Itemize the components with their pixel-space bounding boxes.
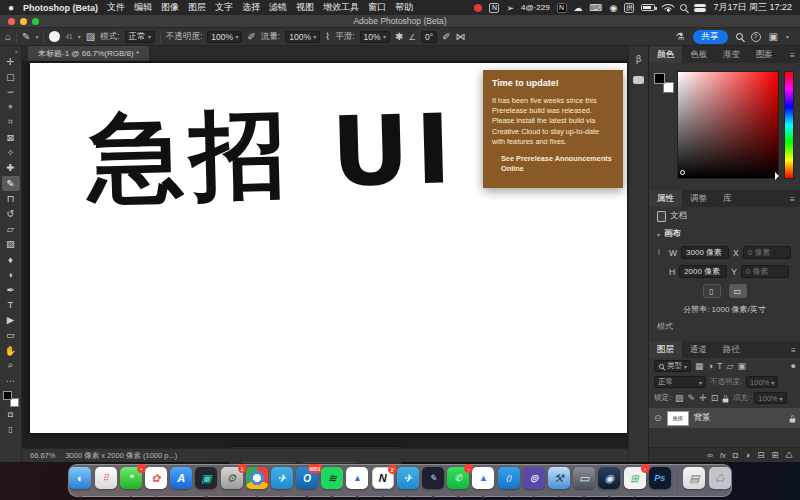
layer-mask-icon[interactable]: ◘ <box>733 450 738 460</box>
frame-tool[interactable]: ⊠ <box>2 130 20 145</box>
move-tool[interactable]: ✛ <box>2 54 20 69</box>
notification-link[interactable]: See Prerelease Announcements Online <box>501 154 614 174</box>
dock-vscode[interactable]: ⟨⟩ <box>497 467 520 494</box>
brush-preset-icon[interactable]: ✎ <box>22 32 30 42</box>
quick-mask-icon[interactable]: ◘ <box>2 407 20 422</box>
tab-paths[interactable]: 路径 <box>715 341 748 358</box>
opacity-field[interactable]: 100% ▾ <box>207 31 242 43</box>
shape-tool[interactable]: ▭ <box>2 327 20 342</box>
dock-doodle-app[interactable]: ✎ <box>422 467 445 494</box>
dock-notion[interactable]: N2 <box>371 467 394 494</box>
layer-style-icon[interactable]: fx <box>720 451 726 460</box>
portrait-orientation-button[interactable]: ▯ <box>703 284 721 298</box>
layers-panel-menu-icon[interactable]: ≡ <box>791 345 796 355</box>
dodge-tool[interactable]: ◖ <box>2 267 20 282</box>
dock-telegram[interactable]: ✈ <box>271 467 294 494</box>
dock-outlook[interactable]: O6851 <box>296 467 319 494</box>
home-icon[interactable]: ⌂ <box>5 32 11 42</box>
filter-toggle-icon[interactable]: ● <box>791 361 796 371</box>
dock-messages[interactable]: ❝• <box>119 467 142 494</box>
toggle-brush-panel-icon[interactable]: ▨ <box>86 32 95 42</box>
eyedropper-tool[interactable]: ✧ <box>2 145 20 160</box>
object-selection-tool[interactable]: ⌖ <box>2 100 20 115</box>
new-group-icon[interactable]: ⊟ <box>757 450 764 460</box>
tomato-status-icon[interactable] <box>474 4 482 12</box>
menu-plugins[interactable]: 增效工具 <box>323 1 359 14</box>
color-cursor[interactable] <box>680 170 685 175</box>
clone-stamp-tool[interactable]: ⊓ <box>2 191 20 206</box>
layer-thumbnail[interactable]: 急招 <box>667 411 689 426</box>
properties-panel-menu-icon[interactable]: ≡ <box>790 194 795 204</box>
control-center-icon[interactable] <box>694 4 706 12</box>
y-field[interactable]: 0 像素 <box>741 265 789 278</box>
delete-layer-icon[interactable]: ♺ <box>785 450 793 460</box>
cloud-status-icon[interactable]: ☁ <box>574 3 583 13</box>
layer-opacity-field[interactable]: 100%▾ <box>746 376 778 388</box>
zoom-tool[interactable]: ⌕ <box>2 358 20 373</box>
symmetry-icon[interactable]: ⋈ <box>456 32 466 42</box>
share-button[interactable]: 共享 <box>693 30 728 44</box>
edit-toolbar-icon[interactable]: ⋯ <box>2 373 20 388</box>
layer-visibility-eye-icon[interactable]: ⊙ <box>654 413 662 423</box>
zoom-level[interactable]: 66.67% <box>30 451 55 460</box>
tab-color[interactable]: 颜色 <box>649 46 682 63</box>
menu-select[interactable]: 选择 <box>242 1 260 14</box>
path-select-tool[interactable]: ▶ <box>2 312 20 327</box>
menubar-clock[interactable]: 7月17日 周三 17:22 <box>713 1 792 14</box>
dock-chrome[interactable] <box>245 467 268 494</box>
dock-craft[interactable]: ▣ <box>195 467 218 494</box>
workspace-icon[interactable]: ▣ <box>769 32 778 42</box>
filter-pixel-icon[interactable]: ▦ <box>695 361 704 371</box>
lock-transparency-icon[interactable]: ▨ <box>675 393 684 403</box>
adjustment-layer-icon[interactable]: ◑ <box>745 450 750 460</box>
layer-locked-icon[interactable] <box>790 418 796 422</box>
dock-telegram-2[interactable]: ✈ <box>397 467 420 494</box>
tab-libraries[interactable]: 库 <box>715 190 740 207</box>
dock-photos[interactable]: ✿ <box>145 467 168 494</box>
dock-documents[interactable]: ▤ <box>683 467 706 494</box>
pressure-size-icon[interactable]: ✐ <box>442 32 450 42</box>
menu-view[interactable]: 视图 <box>296 1 314 14</box>
dock-wechat[interactable]: ✆• <box>447 467 470 494</box>
crop-tool[interactable]: ⌗ <box>2 115 20 130</box>
flow-field[interactable]: 100% ▾ <box>285 31 320 43</box>
media-status-icon[interactable]: ◉ <box>610 3 618 13</box>
dock-xcode[interactable]: ⚒ <box>548 467 571 494</box>
battery-icon[interactable] <box>641 4 655 11</box>
smoothing-options-gear-icon[interactable]: ✱ <box>395 32 403 42</box>
chevron-down-icon[interactable]: ▾ <box>657 231 660 238</box>
link-layers-icon[interactable]: ∞ <box>707 450 713 460</box>
landscape-orientation-button[interactable]: ▭ <box>729 284 747 298</box>
blend-mode-select[interactable]: 正常▾ <box>654 376 706 388</box>
tab-layers[interactable]: 图层 <box>649 341 682 358</box>
lasso-tool[interactable]: ∽ <box>2 84 20 99</box>
dock-steam[interactable]: ◉ <box>598 467 621 494</box>
new-layer-icon[interactable]: ⊞ <box>771 450 778 460</box>
ime-status-icon[interactable]: 拼 <box>624 3 634 13</box>
dock-spotify[interactable]: ≋ <box>321 467 344 494</box>
tab-patterns[interactable]: 图案 <box>748 46 781 63</box>
menu-type[interactable]: 文字 <box>215 1 233 14</box>
hand-tool[interactable]: ✋ <box>2 343 20 358</box>
menu-help[interactable]: 帮助 <box>395 1 413 14</box>
saturation-map[interactable] <box>677 71 779 179</box>
tab-adjustments[interactable]: 调整 <box>682 190 715 207</box>
pressure-opacity-icon[interactable]: ✐ <box>247 32 255 42</box>
comment-bubble-icon[interactable] <box>633 76 644 84</box>
wifi-icon[interactable] <box>662 4 673 12</box>
layer-row-background[interactable]: ⊙ 急招 背景 <box>649 408 800 428</box>
document-tab[interactable]: 未标题-1 @ 66.7%(RGB/8) * <box>28 46 149 61</box>
pen-tool[interactable]: ✒ <box>2 282 20 297</box>
type-tool[interactable]: T <box>2 297 20 312</box>
ps-search-icon[interactable] <box>736 33 743 40</box>
dock-displays[interactable]: ▭ <box>573 467 596 494</box>
dock-netdisk-2[interactable]: ▲ <box>472 467 495 494</box>
menu-window[interactable]: 窗口 <box>368 1 386 14</box>
bird-widget-icon[interactable]: ➢ <box>506 3 514 13</box>
width-field[interactable]: 3000 像素 <box>681 246 729 259</box>
dock-finder[interactable]: ◐ <box>69 467 92 494</box>
filter-adjustment-icon[interactable]: ◑ <box>708 361 713 371</box>
angle-field[interactable]: 0° <box>421 31 437 43</box>
hue-slider[interactable] <box>784 71 794 179</box>
keyboard-status-icon[interactable]: ⌨ <box>590 3 603 13</box>
